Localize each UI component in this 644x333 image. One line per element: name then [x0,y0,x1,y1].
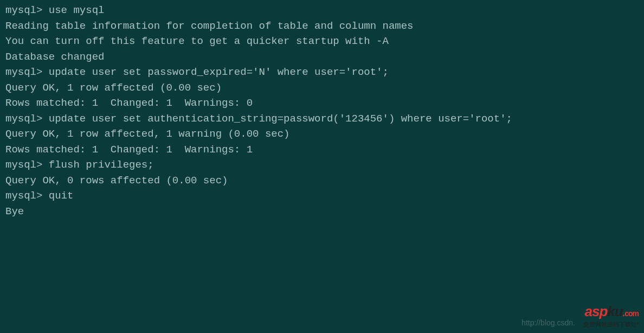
logo-letter: p [600,303,608,319]
watermark-url: http://blog.csdn. [521,317,575,329]
watermark-subtitle: 免费网站源码下载站! [583,320,639,329]
terminal-line: Query OK, 1 row affected, 1 warning (0.0… [5,126,639,142]
terminal-line: Rows matched: 1 Changed: 1 Warnings: 1 [5,142,639,158]
logo-letter: a [585,303,592,319]
logo-com: com [624,309,639,318]
terminal-line: mysql> flush privileges; [5,157,639,173]
terminal-line: mysql> use mysql [5,3,639,18]
terminal-line: mysql> quit [5,188,639,204]
terminal-output: mysql> use mysql Reading table informati… [5,3,639,219]
terminal-line: Query OK, 1 row affected (0.00 sec) [5,80,639,96]
terminal-line: Rows matched: 1 Changed: 1 Warnings: 0 [5,95,639,111]
watermark-logo-text: aspku.com [585,301,639,322]
logo-letter: k [607,303,614,319]
watermark-logo: aspku.com 免费网站源码下载站! [583,301,639,329]
watermark: http://blog.csdn. aspku.com 免费网站源码下载站! [521,301,639,329]
terminal-line: Query OK, 0 rows affected (0.00 sec) [5,173,639,189]
logo-letter: u [615,303,623,319]
terminal-line: Database changed [5,49,639,65]
logo-letter: s [592,303,599,319]
terminal-line: mysql> update user set password_expired=… [5,65,639,80]
terminal-line: You can turn off this feature to get a q… [5,34,639,49]
terminal-line: Bye [5,204,639,220]
terminal-line: mysql> update user set authentication_st… [5,111,639,127]
terminal-line: Reading table information for completion… [5,18,639,34]
